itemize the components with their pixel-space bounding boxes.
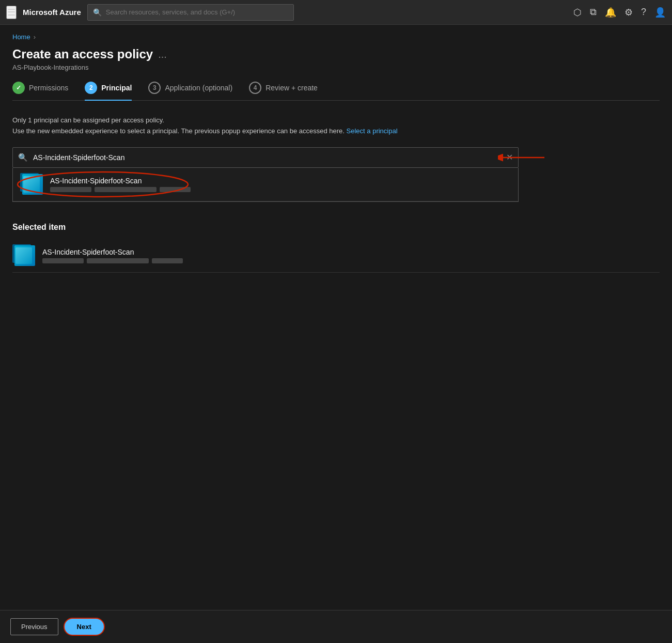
breadcrumb-separator: › xyxy=(34,33,36,41)
menu-icon[interactable]: ☰ xyxy=(6,6,17,19)
help-icon[interactable]: ? xyxy=(641,7,646,18)
breadcrumb-home[interactable]: Home xyxy=(12,33,30,41)
cloud-shell-icon[interactable]: ⬡ xyxy=(573,7,582,18)
global-search-box[interactable]: 🔍 xyxy=(87,4,294,21)
topbar-icons: ⬡ ⧉ 🔔 ⚙ ? 👤 xyxy=(573,7,666,18)
next-button[interactable]: Next xyxy=(64,618,105,636)
info-line1: Only 1 principal can be assigned per acc… xyxy=(12,116,164,124)
brand-logo: Microsoft Azure xyxy=(23,8,81,17)
global-search-input[interactable] xyxy=(106,8,288,16)
selected-section: Selected item AS-Incident-Spiderfoot-Sca… xyxy=(12,223,660,273)
wizard-steps: ✓ Permissions 2 Principal 3 Application … xyxy=(12,82,660,101)
step-label-review: Review + create xyxy=(265,84,318,92)
result-list: AS-Incident-Spiderfoot-Scan xyxy=(12,168,519,202)
wizard-step-permissions[interactable]: ✓ Permissions xyxy=(12,82,68,100)
step-circle-principal: 2 xyxy=(85,82,97,94)
selected-item-info: AS-Incident-Spiderfoot-Scan xyxy=(42,248,660,263)
wizard-step-application[interactable]: 3 Application (optional) xyxy=(148,82,232,100)
selected-item-icon xyxy=(12,244,35,267)
selected-sub-block-1 xyxy=(42,258,84,263)
wizard-step-principal[interactable]: 2 Principal xyxy=(85,82,132,100)
step-circle-permissions: ✓ xyxy=(12,82,25,94)
main-content: Home › Create an access policy ... AS-Pl… xyxy=(0,25,672,281)
selected-sub-block-2 xyxy=(87,258,149,263)
result-item-info: AS-Incident-Spiderfoot-Scan xyxy=(50,177,511,192)
result-sub-block-2 xyxy=(95,187,157,192)
breadcrumb: Home › xyxy=(12,33,660,41)
account-icon[interactable]: 👤 xyxy=(654,7,666,18)
selected-sub-block-3 xyxy=(152,258,183,263)
info-text: Only 1 principal can be assigned per acc… xyxy=(12,115,660,137)
step-label-permissions: Permissions xyxy=(29,84,68,92)
bottom-bar: Previous Next xyxy=(0,610,672,643)
select-principal-link[interactable]: Select a principal xyxy=(347,127,398,135)
topbar: ☰ Microsoft Azure 🔍 ⬡ ⧉ 🔔 ⚙ ? 👤 xyxy=(0,0,672,25)
page-title-row: Create an access policy ... xyxy=(12,47,660,61)
selected-item: AS-Incident-Spiderfoot-Scan xyxy=(12,239,660,273)
step-label-principal: Principal xyxy=(101,84,132,92)
step-label-application: Application (optional) xyxy=(165,84,232,92)
selected-item-name: AS-Incident-Spiderfoot-Scan xyxy=(42,248,660,256)
portal-menu-icon[interactable]: ⧉ xyxy=(590,7,597,18)
search-icon: 🔍 xyxy=(18,153,28,162)
settings-icon[interactable]: ⚙ xyxy=(624,7,633,18)
previous-button[interactable]: Previous xyxy=(10,618,58,635)
step-circle-application: 3 xyxy=(148,82,161,94)
principal-search-input[interactable] xyxy=(33,153,501,162)
info-line2: Use the new embedded experience to selec… xyxy=(12,127,345,135)
page-subtitle: AS-Playbook-Integrations xyxy=(12,64,660,71)
step-circle-review: 4 xyxy=(249,82,261,94)
search-result-wrapper: 🔍 ✕ AS-Incident-Spiderfoot-Scan xyxy=(12,147,519,202)
selected-section-label: Selected item xyxy=(12,223,660,232)
notifications-icon[interactable]: 🔔 xyxy=(605,7,616,18)
result-item[interactable]: AS-Incident-Spiderfoot-Scan xyxy=(13,168,518,201)
page-title-more-button[interactable]: ... xyxy=(158,49,167,60)
result-sub-block-3 xyxy=(160,187,191,192)
principal-search-box[interactable]: 🔍 ✕ xyxy=(12,147,519,168)
clear-search-icon[interactable]: ✕ xyxy=(506,152,513,162)
result-item-name: AS-Incident-Spiderfoot-Scan xyxy=(50,177,511,185)
page-title: Create an access policy xyxy=(12,47,153,61)
selected-item-sub xyxy=(42,258,660,263)
result-item-icon xyxy=(20,173,43,196)
wizard-step-review[interactable]: 4 Review + create xyxy=(249,82,318,100)
result-sub-block-1 xyxy=(50,187,91,192)
result-item-sub xyxy=(50,187,511,192)
search-icon: 🔍 xyxy=(93,8,102,17)
